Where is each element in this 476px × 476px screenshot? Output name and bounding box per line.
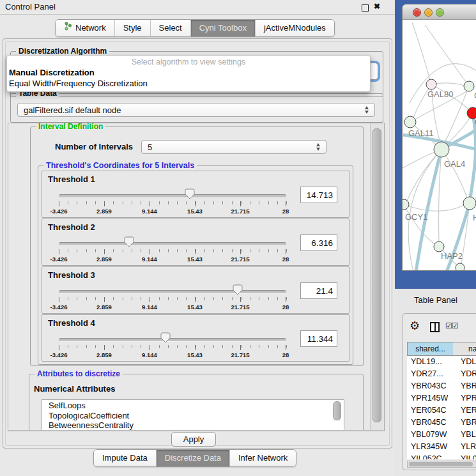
network-node-label: GAL11: [408, 128, 434, 138]
zoom-traffic-light-icon[interactable]: [436, 8, 444, 17]
network-node-gal11[interactable]: [404, 116, 416, 128]
slider-tick-label: 21.715: [226, 303, 254, 311]
threshold-value-field[interactable]: 11.344: [300, 330, 337, 347]
table-row[interactable]: YDL19...YDL1: [407, 356, 476, 368]
slider-tick-label: -3.426: [45, 256, 73, 263]
slider-major-tick: [150, 249, 150, 254]
threshold-slider-track[interactable]: [59, 290, 286, 294]
threshold-value-field[interactable]: 21.4: [300, 282, 337, 299]
table-horizontal-scrollbar-thumb[interactable]: [409, 462, 473, 466]
close-traffic-light-icon[interactable]: [413, 8, 421, 17]
settings-vertical-scrollbar-thumb[interactable]: [372, 128, 381, 422]
network-node-gal80[interactable]: [426, 79, 436, 89]
table-header-shared-name[interactable]: shared...: [407, 342, 454, 356]
slider-major-tick: [104, 345, 105, 350]
select-columns-checkboxes-icon[interactable]: ☑☑: [445, 321, 458, 330]
network-window-titlebar[interactable]: [403, 4, 476, 20]
minimize-traffic-light-icon[interactable]: [424, 8, 433, 17]
network-view-window[interactable]: GAL80GACGAL11GAL4GCY1HHAP2: [402, 4, 476, 271]
slider-major-tick: [195, 345, 196, 350]
network-edge[interactable]: [447, 113, 476, 271]
network-node-hap2[interactable]: [434, 242, 444, 252]
tab-discretize-data[interactable]: Discretize Data: [157, 450, 230, 466]
threshold-value-field[interactable]: 14.713: [300, 187, 337, 203]
network-node-h[interactable]: [463, 197, 476, 210]
threshold-slider-track[interactable]: [59, 242, 286, 246]
numerical-attributes-label: Numerical Attributes: [34, 384, 115, 394]
tab-jactivemnodules[interactable]: jActiveMNodules: [256, 20, 334, 36]
attribute-list-item[interactable]: SelfLoops: [42, 400, 344, 410]
network-edge[interactable]: [416, 150, 441, 271]
slider-major-tick: [150, 297, 150, 302]
tab-infer-network-label: Infer Network: [238, 450, 288, 466]
dropdown-option-manual-discretization[interactable]: Manual Discretization: [9, 68, 95, 77]
network-edge[interactable]: [441, 150, 467, 197]
tab-network-label: Network: [75, 20, 106, 36]
tab-network[interactable]: Network: [56, 20, 115, 36]
table-data-combobox[interactable]: galFiltered.sif default node: [17, 103, 375, 117]
slider-tick-label: 2.859: [90, 303, 118, 311]
network-node[interactable]: [456, 263, 464, 271]
slider-minor-ticks: [59, 345, 287, 348]
threshold-value-field[interactable]: 6.316: [300, 234, 337, 251]
slider-minor-ticks: [59, 201, 287, 204]
tab-infer-network[interactable]: Infer Network: [230, 450, 296, 466]
tab-select[interactable]: Select: [151, 20, 191, 36]
interval-definition-group-title: Interval Definition: [36, 123, 105, 131]
network-node-gcy1[interactable]: [403, 199, 409, 210]
threshold-slider-thumb[interactable]: [185, 188, 195, 199]
number-of-intervals-combobox[interactable]: 5: [141, 140, 326, 154]
table-row[interactable]: YIL052CYIL0: [407, 453, 476, 459]
network-node-gal4[interactable]: [434, 142, 449, 157]
column-layout-icon[interactable]: [430, 322, 440, 332]
network-edge[interactable]: [403, 152, 434, 168]
tab-impute-data[interactable]: Impute Data: [94, 450, 157, 466]
attribute-list-scrollbar[interactable]: [333, 401, 341, 420]
table-row[interactable]: YBR043CYBR0: [407, 380, 476, 392]
dropdown-option-equal-width-frequency[interactable]: Equal Width/Frequency Discretization: [9, 79, 148, 88]
slider-tick-label: 9.144: [135, 208, 164, 215]
table-row[interactable]: YBR045CYBR0: [407, 417, 476, 429]
slider-major-tick: [240, 345, 241, 350]
table-row[interactable]: YER054CYER0: [407, 404, 476, 417]
threshold-panel: Threshold 4 11.344 -3.4262.8599.14415.43…: [42, 314, 349, 362]
network-canvas[interactable]: GAL80GACGAL11GAL4GCY1HHAP2: [403, 19, 476, 271]
table-row[interactable]: YLR345WYLR3: [407, 441, 476, 453]
slider-major-tick: [286, 345, 286, 350]
slider-major-tick: [240, 201, 241, 206]
slider-tick-label: 21.715: [226, 208, 254, 215]
table-row[interactable]: YPR145WYPR1: [407, 392, 476, 404]
table-header-name[interactable]: na: [453, 342, 476, 356]
close-icon[interactable]: ✖: [374, 2, 380, 11]
attribute-list-item[interactable]: TopologicalCoefficient: [42, 410, 344, 420]
tab-cyni-toolbox[interactable]: Cyni Toolbox: [191, 20, 256, 36]
tab-jactivemnodules-label: jActiveMNodules: [264, 20, 326, 36]
table-row[interactable]: YDR27...YDR2: [407, 368, 476, 380]
float-window-icon[interactable]: [362, 4, 369, 12]
threshold-slider-track[interactable]: [59, 194, 286, 198]
threshold-slider-thumb[interactable]: [124, 236, 134, 247]
gear-icon[interactable]: ⚙: [410, 319, 420, 333]
slider-major-tick: [59, 249, 59, 254]
table-panel-area: Table Panel ⚙ ☑☑ shared... na YDL19...YD…: [395, 289, 476, 476]
threshold-slider-track[interactable]: [59, 338, 286, 342]
tab-style-label: Style: [123, 20, 142, 36]
threshold-slider-thumb[interactable]: [233, 284, 243, 295]
network-node-label: GAL4: [444, 159, 465, 169]
table-rows[interactable]: YDL19...YDL1YDR27...YDR2YBR043CYBR0YPR14…: [407, 356, 476, 459]
slider-tick-label: 9.144: [135, 303, 164, 311]
bottom-tab-strip: Impute Data Discretize Data Infer Networ…: [93, 449, 296, 467]
numerical-attributes-list[interactable]: SelfLoopsTopologicalCoefficientBetweenne…: [42, 399, 344, 431]
table-data-combobox-value: galFiltered.sif default node: [24, 105, 121, 115]
network-node[interactable]: [464, 81, 474, 91]
tab-style[interactable]: Style: [115, 20, 151, 36]
table-row[interactable]: YBL079WYBL0: [407, 429, 476, 441]
threshold-slider-thumb[interactable]: [160, 332, 171, 343]
network-edge[interactable]: [425, 25, 469, 86]
apply-button[interactable]: Apply: [171, 432, 216, 447]
number-of-intervals-value: 5: [148, 142, 152, 152]
table-horizontal-scrollbar[interactable]: [407, 461, 476, 468]
network-edge[interactable]: [412, 22, 431, 84]
attribute-list-item[interactable]: BetweennessCentrality: [42, 420, 344, 430]
threshold-label: Threshold 4: [48, 318, 95, 328]
